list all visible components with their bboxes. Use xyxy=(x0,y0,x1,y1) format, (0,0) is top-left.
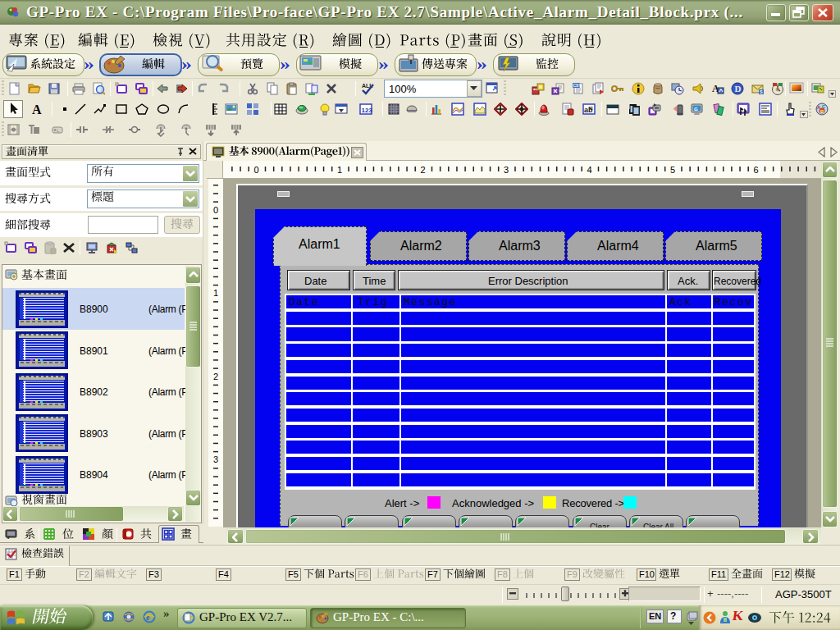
svg-text:123: 123 xyxy=(362,107,373,114)
svg-text:3: 3 xyxy=(213,454,218,464)
svg-text:e: e xyxy=(146,613,150,622)
svg-text:4: 4 xyxy=(587,165,592,175)
svg-text:G: G xyxy=(694,107,698,112)
svg-text:5: 5 xyxy=(670,165,675,175)
svg-text:6: 6 xyxy=(754,165,759,175)
svg-text:0: 0 xyxy=(213,205,218,215)
svg-text:1: 1 xyxy=(213,288,218,298)
svg-text:0: 0 xyxy=(254,165,259,175)
svg-text:c: c xyxy=(590,105,593,111)
svg-text:D: D xyxy=(735,84,742,94)
svg-text:S: S xyxy=(760,89,763,94)
svg-text:1: 1 xyxy=(337,165,342,175)
svg-text:2: 2 xyxy=(213,372,218,381)
svg-text:B: B xyxy=(820,109,824,114)
svg-text:CSV: CSV xyxy=(573,83,582,88)
svg-text:A: A xyxy=(32,103,42,116)
svg-text:2: 2 xyxy=(421,165,426,175)
svg-text:3: 3 xyxy=(504,165,509,175)
